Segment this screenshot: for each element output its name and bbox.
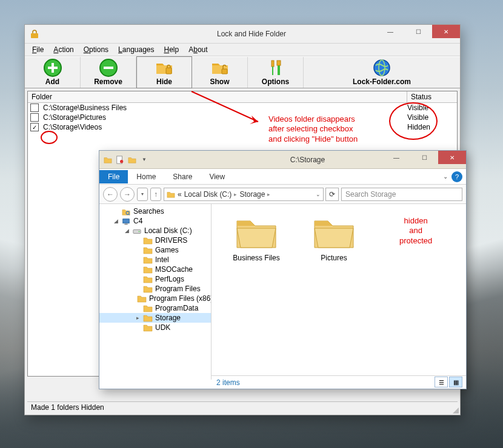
folder-large-icon bbox=[312, 215, 356, 250]
tree-label: Storage bbox=[155, 314, 181, 322]
annotation-circle-status bbox=[389, 102, 438, 140]
svg-rect-3 bbox=[48, 67, 58, 69]
explorer-close-button[interactable]: ✕ bbox=[438, 151, 466, 164]
resize-grip[interactable] bbox=[451, 406, 459, 413]
show-button[interactable]: Show bbox=[192, 57, 248, 88]
tab-view[interactable]: View bbox=[201, 170, 233, 183]
folder-label: Pictures bbox=[321, 254, 347, 262]
folder-item[interactable]: Business Files bbox=[226, 215, 287, 262]
folder-icon bbox=[137, 295, 147, 303]
address-bar[interactable]: « Local Disk (C:) ▸ Storage ▸ ⌄ bbox=[164, 188, 324, 201]
row-checkbox[interactable]: ✓ bbox=[30, 123, 39, 131]
content-pane[interactable]: Business FilesPictures hidden and protec… bbox=[212, 204, 466, 380]
tree-item[interactable]: Searches bbox=[99, 206, 211, 216]
explorer-titlebar[interactable]: ▼ C:\Storage — ☐ ✕ bbox=[99, 151, 466, 169]
tree-expander-icon[interactable]: ▸ bbox=[135, 315, 141, 321]
col-status[interactable]: Status bbox=[407, 91, 457, 102]
view-details-button[interactable]: ☰ bbox=[435, 377, 448, 387]
computer-icon bbox=[121, 217, 131, 225]
menu-languages[interactable]: Languages bbox=[113, 44, 159, 55]
tree-item[interactable]: ProgramData bbox=[99, 303, 211, 313]
options-button[interactable]: Options bbox=[248, 57, 304, 88]
tree-label: C4 bbox=[133, 217, 142, 225]
explorer-minimize-button[interactable]: — bbox=[382, 151, 410, 164]
qat-properties-icon[interactable] bbox=[115, 155, 125, 165]
app-icon bbox=[30, 29, 39, 39]
status-bar: Made 1 folders Hidden bbox=[27, 401, 458, 413]
folder-item[interactable]: Pictures bbox=[304, 215, 364, 262]
tree-label: Local Disk (C:) bbox=[144, 226, 192, 235]
plus-icon bbox=[43, 58, 62, 77]
tree-item[interactable]: PerfLogs bbox=[99, 274, 211, 284]
explorer-maximize-button[interactable]: ☐ bbox=[410, 151, 438, 164]
menu-options[interactable]: Options bbox=[79, 44, 113, 55]
tree-item[interactable]: DRIVERS bbox=[99, 236, 211, 245]
folder-unlock-icon bbox=[210, 58, 230, 77]
row-checkbox[interactable] bbox=[30, 104, 39, 112]
qat-newfolder-icon[interactable] bbox=[127, 155, 137, 165]
tree-item[interactable]: UDK bbox=[99, 323, 211, 332]
menu-file[interactable]: File bbox=[27, 44, 48, 55]
app-titlebar[interactable]: Lock and Hide Folder — ☐ ✕ bbox=[25, 25, 460, 43]
svg-rect-20 bbox=[123, 219, 130, 223]
menu-help[interactable]: Help bbox=[159, 44, 184, 55]
tree-item[interactable]: Games bbox=[99, 245, 211, 255]
tree-expander-icon[interactable]: ◢ bbox=[124, 228, 130, 234]
show-label: Show bbox=[210, 77, 230, 86]
svg-line-14 bbox=[192, 91, 258, 122]
crumb-drive[interactable]: Local Disk (C:) bbox=[184, 190, 232, 199]
tab-home[interactable]: Home bbox=[128, 170, 164, 183]
tree-label: PerfLogs bbox=[155, 275, 184, 283]
forward-button[interactable]: → bbox=[120, 187, 135, 202]
add-button[interactable]: Add bbox=[25, 57, 81, 88]
tree-item[interactable]: MSOCache bbox=[99, 265, 211, 274]
folder-icon bbox=[143, 285, 153, 293]
recent-dropdown[interactable]: ▾ bbox=[137, 188, 148, 201]
hide-label: Hide bbox=[156, 77, 172, 86]
view-icons-button[interactable]: ▦ bbox=[449, 377, 462, 387]
minimize-button[interactable]: — bbox=[376, 25, 404, 38]
folder-large-icon bbox=[235, 215, 278, 250]
tree-item[interactable]: ◢C4 bbox=[99, 216, 211, 226]
menu-about[interactable]: About bbox=[184, 44, 212, 55]
crumb-folder[interactable]: Storage bbox=[239, 190, 265, 199]
addr-dropdown-icon[interactable]: ⌄ bbox=[316, 191, 321, 197]
folder-icon bbox=[143, 314, 153, 322]
refresh-button[interactable]: ⟳ bbox=[325, 188, 339, 201]
tree-item[interactable]: ◢Local Disk (C:) bbox=[99, 226, 211, 236]
annotation-text-hidden: hidden and protected bbox=[399, 216, 432, 246]
tools-icon bbox=[266, 58, 285, 77]
svg-rect-5 bbox=[104, 67, 113, 69]
help-icon[interactable]: ? bbox=[451, 171, 462, 182]
menu-action[interactable]: Action bbox=[48, 44, 78, 55]
ribbon-expand-icon[interactable]: ⌄ bbox=[443, 173, 448, 180]
website-button[interactable]: Lock-Folder.com bbox=[304, 57, 460, 88]
drive-icon bbox=[132, 227, 142, 235]
svg-point-12 bbox=[374, 60, 390, 76]
svg-rect-9 bbox=[272, 67, 273, 75]
tab-file[interactable]: File bbox=[99, 170, 128, 183]
tree-item[interactable]: ▸Storage bbox=[99, 313, 211, 323]
remove-button[interactable]: Remove bbox=[81, 57, 136, 88]
chevron-right-icon: ▸ bbox=[267, 191, 270, 197]
tree-expander-icon[interactable]: ◢ bbox=[113, 218, 119, 224]
nav-tree[interactable]: Searches◢C4◢Local Disk (C:)DRIVERSGamesI… bbox=[99, 204, 212, 380]
tab-share[interactable]: Share bbox=[164, 170, 201, 183]
qat-folder-icon[interactable] bbox=[103, 155, 113, 165]
maximize-button[interactable]: ☐ bbox=[404, 25, 432, 38]
folder-icon bbox=[167, 190, 175, 199]
svg-rect-0 bbox=[31, 33, 38, 38]
folder-icon bbox=[143, 256, 153, 264]
svg-marker-15 bbox=[250, 116, 258, 124]
back-button[interactable]: ← bbox=[103, 187, 118, 202]
row-checkbox[interactable] bbox=[30, 113, 39, 122]
qat-dropdown-icon[interactable]: ▼ bbox=[139, 155, 149, 165]
hide-button[interactable]: Hide bbox=[136, 56, 192, 88]
up-button[interactable]: ↑ bbox=[150, 188, 161, 201]
close-button[interactable]: ✕ bbox=[432, 25, 460, 38]
search-input[interactable]: Search Storage bbox=[341, 188, 462, 201]
tree-item[interactable]: Program Files (x86) bbox=[99, 294, 211, 303]
tree-item[interactable]: Program Files bbox=[99, 284, 211, 294]
folder-lock-icon bbox=[155, 58, 174, 77]
tree-item[interactable]: Intel bbox=[99, 255, 211, 265]
